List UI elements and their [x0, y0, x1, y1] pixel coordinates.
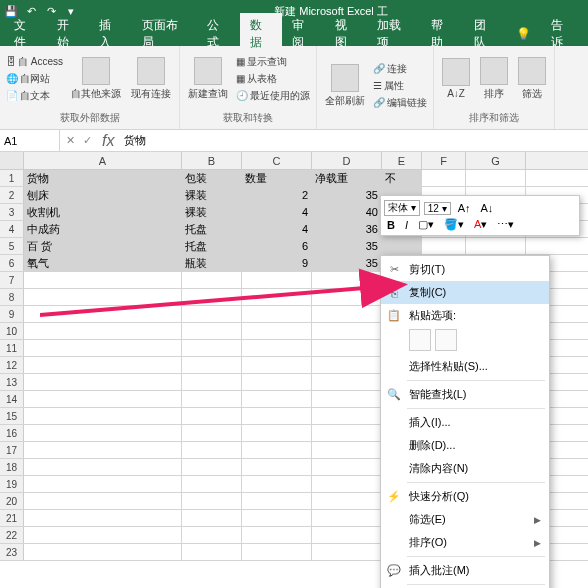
cell[interactable] — [312, 544, 382, 560]
cell[interactable] — [242, 476, 312, 492]
cell[interactable] — [312, 527, 382, 543]
cell[interactable] — [24, 510, 182, 526]
paste-option-2[interactable] — [435, 329, 457, 351]
cell[interactable]: 40 — [312, 204, 382, 220]
cell[interactable] — [242, 391, 312, 407]
ctx-filter[interactable]: 筛选(E)▶ — [381, 508, 549, 531]
row-header[interactable]: 14 — [0, 391, 24, 407]
cell[interactable] — [242, 510, 312, 526]
cell[interactable] — [24, 289, 182, 305]
cell[interactable] — [242, 527, 312, 543]
cell[interactable] — [242, 272, 312, 288]
properties-button[interactable]: ☰属性 — [371, 78, 429, 94]
cell[interactable] — [312, 425, 382, 441]
cell[interactable] — [182, 510, 242, 526]
row-header[interactable]: 12 — [0, 357, 24, 373]
row-header[interactable]: 22 — [0, 527, 24, 543]
row-header[interactable]: 18 — [0, 459, 24, 475]
cell[interactable] — [312, 272, 382, 288]
cell[interactable] — [242, 493, 312, 509]
cell[interactable] — [24, 493, 182, 509]
cell[interactable]: 托盘 — [182, 221, 242, 237]
cell[interactable] — [24, 408, 182, 424]
cell[interactable] — [312, 476, 382, 492]
cell[interactable]: 裸装 — [182, 204, 242, 220]
cell[interactable] — [182, 476, 242, 492]
cell[interactable]: 35 — [312, 187, 382, 203]
mini-fill-button[interactable]: 🪣▾ — [441, 218, 467, 231]
cell[interactable]: 净载重 — [312, 170, 382, 186]
cell[interactable] — [312, 391, 382, 407]
cell[interactable]: 数量 — [242, 170, 312, 186]
edit-links-button[interactable]: 🔗编辑链接 — [371, 95, 429, 111]
ctx-insert[interactable]: 插入(I)... — [381, 411, 549, 434]
cell[interactable] — [182, 493, 242, 509]
paste-option-1[interactable] — [409, 329, 431, 351]
cell[interactable] — [24, 306, 182, 322]
row-header[interactable]: 9 — [0, 306, 24, 322]
from-table-button[interactable]: ▦从表格 — [234, 71, 312, 87]
cell[interactable] — [24, 357, 182, 373]
existing-conn-button[interactable]: 现有连接 — [127, 55, 175, 103]
cell[interactable] — [242, 374, 312, 390]
cell[interactable]: 4 — [242, 221, 312, 237]
cell[interactable] — [312, 289, 382, 305]
cell[interactable]: 2 — [242, 187, 312, 203]
mini-bold-button[interactable]: B — [384, 219, 398, 231]
cell[interactable] — [312, 493, 382, 509]
mini-size-select[interactable]: 12 ▾ — [424, 202, 451, 215]
col-header-a[interactable]: A — [24, 152, 182, 169]
cell[interactable]: 百 货 — [24, 238, 182, 254]
row-header[interactable]: 8 — [0, 289, 24, 305]
cell[interactable]: 刨床 — [24, 187, 182, 203]
cell[interactable] — [24, 374, 182, 390]
new-query-button[interactable]: 新建查询 — [184, 55, 232, 103]
recent-sources-button[interactable]: 🕘最近使用的源 — [234, 88, 312, 104]
cell[interactable] — [242, 459, 312, 475]
mini-shrink-font[interactable]: A↓ — [478, 202, 497, 214]
row-header[interactable]: 13 — [0, 374, 24, 390]
cell[interactable]: 货物 — [24, 170, 182, 186]
cell[interactable]: 氧气 — [24, 255, 182, 271]
row-header[interactable]: 15 — [0, 408, 24, 424]
cell[interactable]: 不 — [382, 170, 422, 186]
cell[interactable] — [182, 408, 242, 424]
cell[interactable]: 中成药 — [24, 221, 182, 237]
cell[interactable] — [182, 289, 242, 305]
cell[interactable] — [242, 306, 312, 322]
cell[interactable] — [242, 408, 312, 424]
cell[interactable] — [466, 238, 526, 254]
cell[interactable] — [242, 323, 312, 339]
cell[interactable] — [182, 340, 242, 356]
row-header[interactable]: 2 — [0, 187, 24, 203]
ctx-sort[interactable]: 排序(O)▶ — [381, 531, 549, 554]
cell[interactable] — [182, 357, 242, 373]
fx-icon[interactable]: fx — [98, 132, 118, 150]
cell[interactable] — [182, 323, 242, 339]
mini-border-button[interactable]: ▢▾ — [415, 218, 437, 231]
row-header[interactable]: 20 — [0, 493, 24, 509]
cell[interactable] — [24, 340, 182, 356]
row-header[interactable]: 1 — [0, 170, 24, 186]
cell[interactable] — [422, 170, 466, 186]
col-header-e[interactable]: E — [382, 152, 422, 169]
col-header-d[interactable]: D — [312, 152, 382, 169]
cell[interactable]: 托盘 — [182, 238, 242, 254]
ctx-cut[interactable]: ✂剪切(T) — [381, 258, 549, 281]
cell[interactable] — [182, 425, 242, 441]
cell[interactable] — [242, 425, 312, 441]
cell[interactable]: 瓶装 — [182, 255, 242, 271]
cell[interactable] — [242, 442, 312, 458]
row-header[interactable]: 11 — [0, 340, 24, 356]
cell[interactable]: 4 — [242, 204, 312, 220]
cell[interactable] — [312, 442, 382, 458]
cell[interactable] — [24, 459, 182, 475]
mini-italic-button[interactable]: I — [402, 219, 411, 231]
cell[interactable] — [24, 476, 182, 492]
cancel-formula-icon[interactable]: ✕ — [66, 134, 75, 147]
cell[interactable]: 收割机 — [24, 204, 182, 220]
cell[interactable] — [182, 391, 242, 407]
col-header-f[interactable]: F — [422, 152, 466, 169]
row-header[interactable]: 5 — [0, 238, 24, 254]
cell[interactable] — [24, 442, 182, 458]
